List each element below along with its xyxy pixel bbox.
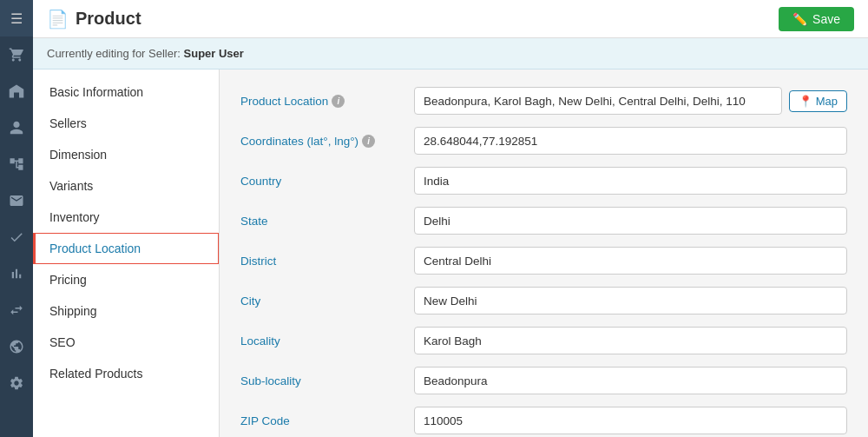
nav-item-pricing[interactable]: Pricing bbox=[33, 264, 219, 295]
icon-sidebar: ☰ bbox=[0, 0, 33, 437]
input-wrapper-zip-code bbox=[414, 407, 847, 434]
form-row-locality: Locality bbox=[240, 327, 847, 354]
map-pin-icon: 📍 bbox=[799, 95, 812, 108]
input-wrapper-state bbox=[414, 207, 847, 235]
input-state[interactable] bbox=[414, 207, 847, 235]
input-locality[interactable] bbox=[414, 327, 847, 354]
help-icon-product-location[interactable]: i bbox=[332, 95, 345, 108]
input-wrapper-locality bbox=[414, 327, 847, 354]
input-wrapper-district bbox=[414, 247, 847, 275]
form-row-district: District bbox=[240, 247, 847, 275]
sidebar-icon-user[interactable] bbox=[0, 109, 33, 146]
sidebar-icon-chart[interactable] bbox=[0, 255, 33, 292]
seller-name: Super User bbox=[184, 47, 244, 60]
input-wrapper-product-location: 📍 Map bbox=[414, 87, 847, 115]
sidebar-icon-globe[interactable] bbox=[0, 328, 33, 365]
form-row-zip-code: ZIP Code bbox=[240, 407, 847, 434]
help-icon-coordinates[interactable]: i bbox=[362, 135, 375, 148]
input-city[interactable] bbox=[414, 287, 847, 315]
sidebar-icon-transfer[interactable] bbox=[0, 292, 33, 328]
form-label-zip-code: ZIP Code bbox=[240, 414, 414, 427]
sidebar-icon-building[interactable] bbox=[0, 73, 33, 109]
nav-item-basic-information[interactable]: Basic Information bbox=[33, 76, 219, 108]
input-wrapper-coordinates bbox=[414, 127, 847, 155]
form-row-sub-locality: Sub-locality bbox=[240, 367, 847, 394]
main-wrapper: 📄 Product ✏️ Save Currently editing for … bbox=[33, 0, 868, 437]
input-coordinates[interactable] bbox=[414, 127, 847, 155]
form-row-coordinates: Coordinates (lat°, lng°)i bbox=[240, 127, 847, 155]
save-icon: ✏️ bbox=[792, 12, 807, 26]
sidebar-icon-gear[interactable] bbox=[0, 365, 33, 401]
form-row-product-location: Product Locationi📍 Map bbox=[240, 87, 847, 115]
form-row-state: State bbox=[240, 207, 847, 235]
input-country[interactable] bbox=[414, 167, 847, 195]
form-row-city: City bbox=[240, 287, 847, 315]
map-button[interactable]: 📍 Map bbox=[789, 90, 847, 112]
form-label-district: District bbox=[240, 255, 414, 268]
input-wrapper-country bbox=[414, 167, 847, 195]
nav-item-variants[interactable]: Variants bbox=[33, 170, 219, 202]
file-icon: 📄 bbox=[47, 9, 69, 30]
sidebar-icon-cart[interactable] bbox=[0, 36, 33, 73]
input-product-location[interactable] bbox=[414, 87, 782, 115]
input-zip-code[interactable] bbox=[414, 407, 847, 434]
top-header: 📄 Product ✏️ Save bbox=[33, 0, 868, 38]
sidebar-icon-email[interactable] bbox=[0, 182, 33, 219]
nav-item-product-location[interactable]: Product Location bbox=[33, 233, 219, 264]
content-row: Basic InformationSellersDimensionVariant… bbox=[33, 70, 868, 437]
page-title: Product bbox=[76, 9, 141, 29]
sidebar-icon-menu[interactable]: ☰ bbox=[0, 0, 33, 36]
header-left: 📄 Product bbox=[47, 9, 141, 30]
nav-item-sellers[interactable]: Sellers bbox=[33, 108, 219, 139]
save-button[interactable]: ✏️ Save bbox=[779, 7, 854, 31]
input-sub-locality[interactable] bbox=[414, 367, 847, 394]
form-label-locality: Locality bbox=[240, 334, 414, 348]
form-label-product-location: Product Locationi bbox=[240, 95, 414, 108]
input-wrapper-sub-locality bbox=[414, 367, 847, 394]
input-wrapper-city bbox=[414, 287, 847, 315]
nav-item-seo[interactable]: SEO bbox=[33, 327, 219, 358]
sidebar-icon-hierarchy[interactable] bbox=[0, 146, 33, 182]
form-label-coordinates: Coordinates (lat°, lng°)i bbox=[240, 135, 414, 148]
form-area: Product Locationi📍 MapCoordinates (lat°,… bbox=[220, 70, 868, 437]
input-district[interactable] bbox=[414, 247, 847, 275]
seller-bar: Currently editing for Seller: Super User bbox=[33, 38, 868, 70]
nav-item-shipping[interactable]: Shipping bbox=[33, 295, 219, 327]
nav-item-inventory[interactable]: Inventory bbox=[33, 202, 219, 233]
form-label-state: State bbox=[240, 215, 414, 228]
form-label-sub-locality: Sub-locality bbox=[240, 374, 414, 387]
form-label-city: City bbox=[240, 295, 414, 308]
form-label-country: Country bbox=[240, 175, 414, 188]
nav-sidebar: Basic InformationSellersDimensionVariant… bbox=[33, 70, 220, 437]
sidebar-icon-check[interactable] bbox=[0, 219, 33, 255]
form-row-country: Country bbox=[240, 167, 847, 195]
nav-item-related-products[interactable]: Related Products bbox=[33, 358, 219, 389]
nav-item-dimension[interactable]: Dimension bbox=[33, 139, 219, 170]
